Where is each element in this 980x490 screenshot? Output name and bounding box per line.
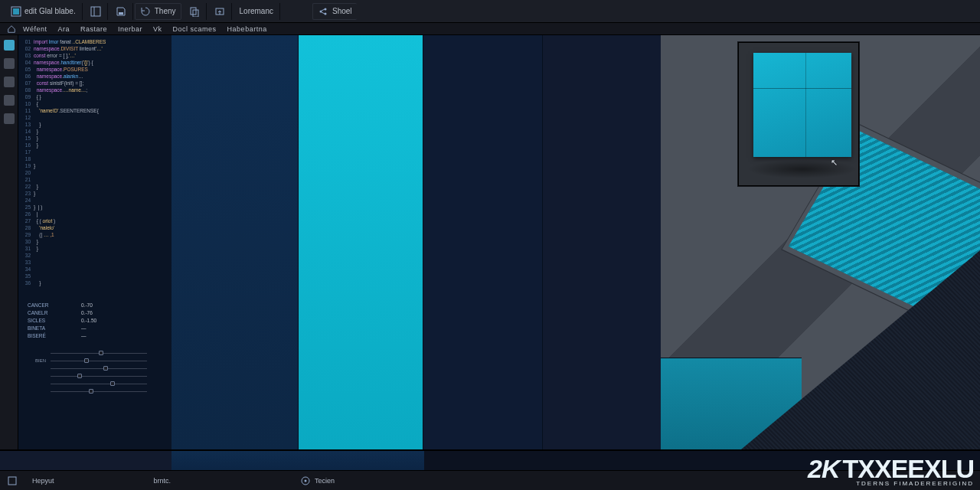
var-row: BISERÉ— [28,332,168,340]
slider-row[interactable] [24,380,165,387]
app-menu-button[interactable]: edit Glal blabe. [5,3,83,20]
save-icon[interactable] [116,6,126,17]
viewport[interactable]: ↖ [172,35,980,449]
status-left-icon[interactable] [8,476,17,485]
svg-rect-2 [91,7,100,16]
top-toolbar: edit Glal blabe. Theny Loremanc Shoel [0,0,980,23]
menu-item-5[interactable]: Docl scames [173,25,217,33]
menu-item-4[interactable]: Vk [153,25,162,33]
activity-explorer-icon[interactable] [4,40,15,51]
menu-item-0[interactable]: Wéfent [23,25,47,33]
menu-bar: Wéfent Ara Rastare Inerbar Vk Docl scame… [0,23,980,35]
show-button[interactable]: Shoel [312,3,357,20]
var-row: SICLES0.-1.50 [28,317,168,325]
theme-button-label: Theny [155,7,176,15]
lorem-button[interactable]: Loremanc [240,7,273,15]
export-icon[interactable] [214,6,225,17]
status-mid-label: brntc. [154,477,172,485]
status-right-icon[interactable] [301,476,310,485]
status-bar: Hepyut brntc. Tecien [0,470,980,490]
palette-slab-deepblue [172,35,298,449]
activity-ext-icon[interactable] [4,113,15,124]
show-button-label: Shoel [332,7,352,15]
activity-scm-icon[interactable] [4,77,15,87]
preview-cube-frame[interactable] [737,41,860,187]
svg-rect-4 [119,12,123,15]
theme-button[interactable]: Theny [135,3,181,20]
home-icon[interactable] [7,24,16,34]
preview-cube-face [753,53,851,157]
var-row: BINETA— [28,325,168,332]
status-right-label: Tecien [315,477,335,485]
palette-slab-navy [423,35,542,449]
palette-slab-cyan [298,35,423,449]
toolbar-title: edit Glal blabe. [24,7,76,15]
status-left-label: Hepyut [32,477,54,485]
var-row: CANCER0.-70 [28,302,168,309]
variables-panel: CANCER0.-70CANELR0.-76SICLES0.-1.50BINET… [18,300,172,341]
menu-item-3[interactable]: Inerbar [118,25,142,33]
render-3d[interactable]: ↖ [661,35,980,449]
slider-row[interactable] [24,364,165,372]
refresh-icon [140,6,151,17]
activity-bar [0,35,18,449]
copy-icon[interactable] [189,6,200,17]
menu-item-2[interactable]: Rastare [80,25,107,33]
var-row: CANELR0.-76 [28,309,168,317]
slider-row[interactable] [24,349,165,357]
slider-row[interactable]: BIEN [24,357,165,364]
svg-rect-11 [8,477,16,485]
timeline[interactable] [0,450,980,470]
palette-slab-navy2 [542,35,661,449]
slider-row[interactable] [24,372,165,380]
timeline-seg-rest [424,451,980,470]
menu-item-1[interactable]: Ara [58,25,70,33]
svg-point-13 [305,479,307,482]
app-icon [11,6,21,17]
activity-debug-icon[interactable] [4,95,15,106]
sliders-panel: BIEN [18,349,172,401]
preview-cube-shadow [747,160,858,178]
activity-search-icon[interactable] [4,58,15,69]
main-area: 01 02 03 04 05 06 07 08 09 10 11 12 13 1… [0,35,980,449]
share-icon [318,6,328,17]
cursor-icon: ↖ [831,158,838,168]
menu-item-6[interactable]: Habebartna [227,25,267,33]
code-editor[interactable]: 01 02 03 04 05 06 07 08 09 10 11 12 13 1… [18,35,172,449]
timeline-seg-blue [172,451,424,470]
svg-rect-1 [13,8,19,15]
timeline-seg-editor [0,451,172,470]
layout-icon[interactable] [90,6,101,17]
slider-row[interactable] [24,387,165,395]
